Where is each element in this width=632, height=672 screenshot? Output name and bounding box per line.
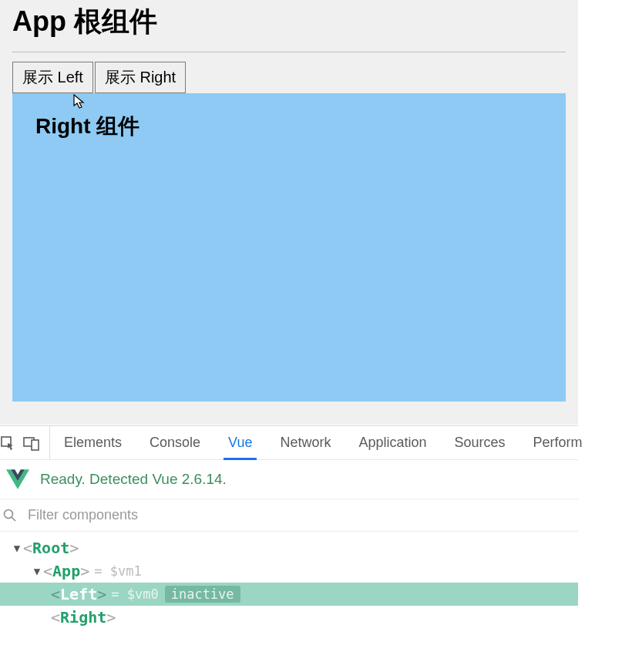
tab-sources[interactable]: Sources [441,426,519,459]
tree-row-left[interactable]: <Left> = $vm0 inactive [0,583,578,606]
tree-tag-left: Left [60,585,97,603]
vue-logo-icon [6,469,29,489]
filter-row [0,499,578,532]
tab-performance[interactable]: Perform [519,426,597,459]
caret-down-icon[interactable]: ▼ [11,542,23,554]
tree-row-right[interactable]: <Right> [0,606,578,629]
component-box: Right 组件 [12,93,566,402]
button-row: 展示 Left 展示 Right [12,62,566,93]
show-left-button[interactable]: 展示 Left [12,62,93,93]
filter-components-input[interactable] [28,507,575,523]
component-tree: ▼ <Root> ▼ <App> = $vm1 <Left> = $vm0 in… [0,532,578,629]
inspect-icon[interactable] [0,435,15,451]
devtools-panel: Elements Console Vue Network Application… [0,425,578,629]
tree-tag-app: App [52,562,80,580]
tab-network[interactable]: Network [266,426,345,459]
tree-row-root[interactable]: ▼ <Root> [0,536,578,559]
devtools-tabs: Elements Console Vue Network Application… [0,426,578,460]
search-icon [3,509,17,522]
divider [12,52,566,52]
svg-point-3 [5,509,13,518]
tree-tag-right: Right [60,608,106,627]
app-viewport: App 根组件 展示 Left 展示 Right Right 组件 [0,0,578,425]
tree-tag-root: Root [32,539,69,557]
device-toggle-icon[interactable] [23,435,40,451]
vue-status-bar: Ready. Detected Vue 2.6.14. [0,460,578,499]
devtools-icon-group [0,426,50,459]
tab-vue[interactable]: Vue [214,426,266,459]
app-title: App 根组件 [12,0,566,52]
vue-status-text: Ready. Detected Vue 2.6.14. [40,471,227,488]
tab-console[interactable]: Console [136,426,214,459]
component-title: Right 组件 [35,112,543,141]
tree-vm-app: = $vm1 [94,563,141,579]
svg-line-4 [12,517,15,521]
svg-rect-2 [32,440,39,450]
show-right-button[interactable]: 展示 Right [95,62,186,93]
tree-vm-left: = $vm0 [111,586,158,602]
tab-elements[interactable]: Elements [50,426,136,459]
tab-application[interactable]: Application [345,426,440,459]
inactive-badge: inactive [165,586,240,603]
caret-down-icon[interactable]: ▼ [31,565,43,577]
tree-row-app[interactable]: ▼ <App> = $vm1 [0,559,578,583]
